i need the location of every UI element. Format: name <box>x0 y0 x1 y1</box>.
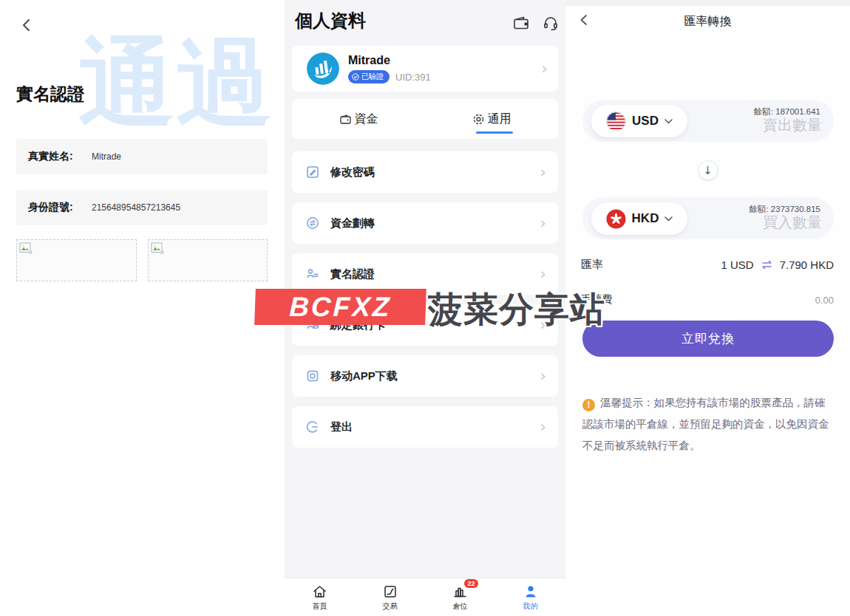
positions-count-badge: 22 <box>464 579 477 588</box>
site-logo-watermark: BCFXZ <box>254 289 426 325</box>
buy-amount-input[interactable] <box>693 214 822 231</box>
swap-direction-arrow-icon[interactable]: ↓ <box>698 160 718 180</box>
usd-flag-icon <box>606 112 626 131</box>
user-profile-card[interactable]: Mitrade 已驗證 UID:391 › <box>292 46 558 92</box>
broken-image-icon <box>151 242 164 254</box>
chevron-right-icon: › <box>540 266 546 282</box>
gear-icon <box>472 113 485 126</box>
nav-label: 倉位 <box>453 601 468 612</box>
id-verify-icon <box>305 267 320 281</box>
user-name: Mitrade <box>348 54 541 67</box>
chevron-right-icon: › <box>540 215 546 231</box>
nav-label: 首頁 <box>313 601 327 612</box>
verified-badge-label: 已驗證 <box>361 72 384 82</box>
nav-item-positions[interactable]: 22 倉位 <box>425 578 495 616</box>
nav-item-trade[interactable]: 交易 <box>355 578 425 616</box>
home-icon <box>312 584 327 599</box>
buy-currency-selector[interactable]: HKD <box>591 202 687 235</box>
top-strip <box>565 0 850 6</box>
risk-notice: !溫馨提示：如果您持有該市場的股票產品，請確認該市場的平倉線，並預留足夠的資金，… <box>582 392 835 456</box>
bottom-navigation: 首頁 交易 22 倉位 我的 <box>285 578 565 616</box>
menu-item-fund-transfer[interactable]: 資金劃轉 › <box>292 202 558 244</box>
customer-service-icon[interactable] <box>542 14 560 32</box>
chevron-right-icon: › <box>540 368 546 384</box>
real-name-field: 真實姓名: Mitrade <box>16 139 268 174</box>
id-number-label: 身份證號: <box>28 201 92 214</box>
buy-currency-code: HKD <box>632 211 659 226</box>
check-circle-icon <box>352 73 359 81</box>
rate-to: 7.790 HKD <box>780 259 834 271</box>
passed-stamp-watermark: 通過 <box>78 32 273 134</box>
tab-general[interactable]: 通用 <box>425 99 558 139</box>
sell-balance: 餘額: 187001.641 <box>754 106 820 117</box>
user-uid: UID:391 <box>395 72 431 83</box>
chevron-right-icon: › <box>541 61 548 77</box>
risk-notice-text: 溫馨提示：如果您持有該市場的股票產品，請確認該市場的平倉線，並預留足夠的資金，以… <box>582 397 829 451</box>
id-photo-front-box[interactable] <box>16 239 137 281</box>
fee-label: 手續費 <box>581 293 815 307</box>
sell-balance-label: 餘額: <box>754 107 773 116</box>
swap-icon <box>761 260 773 270</box>
profile-title: 個人資料 <box>295 9 366 32</box>
real-name-label: 真實姓名: <box>28 150 92 163</box>
realname-verification-panel: 通過 實名認證 真實姓名: Mitrade 身份證號: 215648954857… <box>0 0 285 616</box>
sell-balance-value: 187001.641 <box>775 107 820 116</box>
wallet-icon[interactable] <box>512 14 530 32</box>
hkd-flag-icon <box>606 209 626 229</box>
nav-item-home[interactable]: 首頁 <box>285 578 355 616</box>
menu-item-change-password[interactable]: 修改密碼 › <box>292 151 558 193</box>
rate-label: 匯率 <box>581 258 721 272</box>
id-number-field: 身份證號: 215648954857213645 <box>16 190 268 225</box>
chevron-right-icon: › <box>540 164 546 180</box>
chevron-right-icon: › <box>540 419 546 435</box>
nav-label: 交易 <box>383 601 398 612</box>
exchange-rate-row: 匯率 1 USD 7.790 HKD <box>581 258 834 272</box>
rate-from: 1 USD <box>721 259 753 271</box>
chevron-down-icon <box>664 119 673 124</box>
fee-value: 0.00 <box>815 295 834 306</box>
avatar <box>307 52 339 85</box>
logout-icon <box>305 420 320 434</box>
edit-icon <box>305 165 320 179</box>
buy-balance-label: 餘額: <box>749 205 768 213</box>
fee-row: 手續費 0.00 <box>581 293 834 307</box>
exchange-title: 匯率轉換 <box>565 14 850 30</box>
exchange-panel: 匯率轉換 USD 餘額: 187001.641 ↓ HKD 餘額: 2373 <box>565 0 850 616</box>
buy-currency-card: HKD 餘額: 2373730.815 <box>582 197 834 239</box>
page-title: 實名認證 <box>16 83 84 106</box>
chevron-down-icon <box>664 216 673 222</box>
tab-funds-label: 資金 <box>355 112 378 127</box>
verified-badge: 已驗證 <box>348 70 390 83</box>
menu-item-label: 移动APP下载 <box>330 369 540 383</box>
sell-currency-code: USD <box>632 114 659 129</box>
sell-currency-selector[interactable]: USD <box>591 105 687 137</box>
tab-funds[interactable]: 資金 <box>292 99 425 139</box>
trade-icon <box>383 584 398 599</box>
broken-image-icon <box>19 242 33 254</box>
id-number-value: 215648954857213645 <box>92 202 180 213</box>
nav-item-mine[interactable]: 我的 <box>495 578 565 616</box>
sell-amount-input[interactable] <box>693 117 822 134</box>
app-root: 通過 實名認證 真實姓名: Mitrade 身份證號: 215648954857… <box>0 0 850 616</box>
funds-wallet-icon <box>339 113 352 126</box>
transfer-icon <box>305 216 320 230</box>
nav-label: 我的 <box>523 601 538 612</box>
user-info: Mitrade 已驗證 UID:391 <box>348 54 541 83</box>
sell-currency-card: USD 餘額: 187001.641 <box>582 100 834 142</box>
menu-item-app-download[interactable]: 移动APP下载 › <box>292 355 558 397</box>
menu-item-logout[interactable]: 登出 › <box>292 406 558 448</box>
menu-item-label: 資金劃轉 <box>330 216 540 230</box>
convert-now-button[interactable]: 立即兌換 <box>582 321 834 357</box>
real-name-value: Mitrade <box>92 151 121 162</box>
profile-tabs: 資金 通用 <box>292 99 558 139</box>
app-download-icon <box>305 369 320 383</box>
menu-item-label: 登出 <box>330 420 540 434</box>
back-icon[interactable] <box>19 18 34 32</box>
buy-balance-value: 2373730.815 <box>771 205 820 213</box>
menu-item-label: 實名認證 <box>330 267 540 281</box>
id-photo-back-box[interactable] <box>148 239 268 281</box>
menu-item-label: 修改密碼 <box>330 165 540 179</box>
tab-general-label: 通用 <box>488 112 511 127</box>
profile-icon <box>523 584 538 599</box>
site-name-watermark: 菠菜分享站 <box>428 287 605 333</box>
